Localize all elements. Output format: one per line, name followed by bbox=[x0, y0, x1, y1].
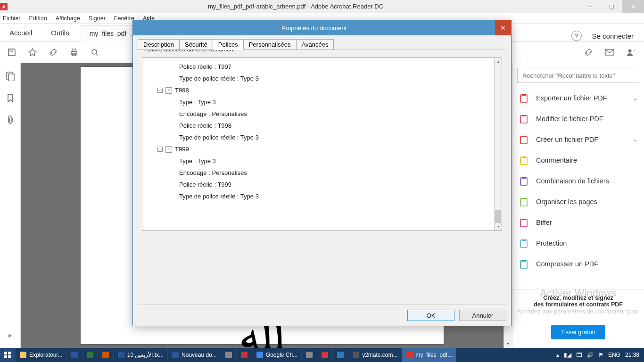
print-icon[interactable] bbox=[69, 47, 79, 58]
cancel-button[interactable]: Annuler bbox=[459, 310, 506, 321]
minimize-button[interactable]: — bbox=[579, 0, 601, 13]
ok-button[interactable]: OK bbox=[407, 310, 454, 321]
taskbar-item[interactable]: my_files_pdf... bbox=[402, 348, 456, 362]
tool-item[interactable]: Biffer bbox=[512, 212, 644, 233]
taskbar-item[interactable]: Explorateur... bbox=[15, 348, 66, 362]
taskbar-item[interactable] bbox=[221, 348, 236, 362]
taskbar-item[interactable]: y2mate.com... bbox=[348, 348, 401, 362]
menu-view[interactable]: Affichage bbox=[56, 15, 80, 22]
menu-file[interactable]: Fichier bbox=[3, 15, 21, 22]
tab-home[interactable]: Accueil bbox=[0, 25, 41, 41]
taskbar-app-icon bbox=[406, 351, 413, 359]
tool-item[interactable]: Organiser les pages bbox=[512, 191, 644, 212]
tool-icon bbox=[519, 217, 529, 228]
thumbnails-icon[interactable] bbox=[6, 72, 15, 81]
taskbar-item[interactable]: الأربعين 10.tx... bbox=[113, 348, 167, 362]
tool-item[interactable]: Créer un fichier PDF⌄ bbox=[512, 129, 644, 150]
tool-item[interactable]: Combinaison de fichiers bbox=[512, 171, 644, 191]
tab-custom[interactable]: Personnalisées bbox=[243, 39, 297, 50]
save-icon[interactable] bbox=[7, 47, 17, 58]
tool-item[interactable]: Modifier le fichier PDF bbox=[512, 108, 644, 129]
share-link-icon[interactable] bbox=[584, 47, 594, 58]
tab-security[interactable]: Sécurité bbox=[179, 39, 213, 50]
taskbar-label: Explorateur... bbox=[29, 352, 63, 358]
tab-fonts[interactable]: Polices bbox=[213, 39, 244, 50]
star-icon[interactable] bbox=[27, 47, 38, 58]
search-input[interactable] bbox=[517, 68, 639, 83]
font-node[interactable]: −FT998 bbox=[152, 84, 494, 96]
close-button[interactable]: ✕ bbox=[622, 0, 644, 13]
tool-icon bbox=[519, 197, 529, 207]
start-button[interactable] bbox=[0, 348, 15, 362]
taskbar[interactable]: Explorateur...الأربعين 10.tx...Nouveau d… bbox=[0, 348, 644, 362]
tray-chevron-icon[interactable]: ▴ bbox=[556, 352, 559, 358]
link-icon[interactable] bbox=[48, 47, 58, 58]
sign-in-link[interactable]: Se connecter bbox=[592, 32, 634, 40]
tool-item[interactable]: Compresser un PDF bbox=[512, 254, 644, 274]
dialog-titlebar[interactable]: Propriétés du document ✕ bbox=[133, 20, 511, 35]
search-icon[interactable] bbox=[90, 47, 100, 58]
trial-button[interactable]: Essai gratuit bbox=[551, 325, 606, 339]
taskbar-item[interactable] bbox=[332, 348, 348, 362]
tool-item[interactable]: Commentaire bbox=[512, 150, 644, 171]
font-tree[interactable]: Police réelle : T997Type de police réell… bbox=[142, 58, 502, 231]
menu-edit[interactable]: Edition bbox=[29, 15, 47, 22]
tab-tools[interactable]: Outils bbox=[41, 25, 78, 41]
window-title: my_files_pdf_pdf-arabic_arbeen.pdf - Ado… bbox=[12, 3, 579, 10]
svg-rect-20 bbox=[520, 240, 527, 247]
font-property: Type de police réelle : Type 3 bbox=[152, 190, 494, 202]
user-icon[interactable]: + bbox=[625, 47, 636, 58]
svg-rect-13 bbox=[520, 95, 527, 102]
tray-clock[interactable]: 21:38 bbox=[625, 352, 639, 358]
tree-scrollbar-thumb[interactable] bbox=[495, 210, 501, 223]
dialog-close-button[interactable]: ✕ bbox=[495, 20, 511, 35]
menu-window[interactable]: Fenêtre bbox=[114, 15, 134, 22]
taskbar-item[interactable] bbox=[317, 348, 332, 362]
tree-scrollbar[interactable]: ▴ ▾ bbox=[494, 58, 502, 230]
taskbar-item[interactable] bbox=[236, 348, 252, 362]
mail-icon[interactable] bbox=[604, 47, 615, 58]
tool-item[interactable]: Exporter un fichier PDF⌄ bbox=[512, 88, 644, 108]
taskbar-item[interactable] bbox=[82, 348, 98, 362]
svg-text:+: + bbox=[634, 48, 635, 54]
tray-lang[interactable]: ENG bbox=[608, 352, 620, 358]
taskbar-item[interactable] bbox=[98, 348, 113, 362]
dialog-title: Propriétés du document bbox=[133, 25, 495, 32]
maximize-button[interactable]: ▢ bbox=[601, 0, 622, 13]
scroll-down-icon[interactable]: ▾ bbox=[495, 223, 502, 230]
taskbar-app-icon bbox=[86, 351, 94, 359]
collapse-icon[interactable]: − bbox=[157, 88, 163, 93]
menu-sign[interactable]: Signer bbox=[89, 15, 106, 22]
help-icon[interactable]: ? bbox=[571, 31, 582, 41]
tray-flag-icon[interactable]: ⚑ bbox=[598, 352, 603, 358]
scroll-up-icon[interactable]: ▴ bbox=[495, 58, 502, 66]
font-file-icon: F bbox=[165, 87, 172, 94]
activate-windows-sub: Accédez aux paramètres de l'ordinateur p… bbox=[517, 308, 639, 315]
taskbar-item[interactable]: Google Ch... bbox=[252, 348, 301, 362]
tab-advanced[interactable]: Avancées bbox=[296, 39, 334, 50]
rail-expand-icon[interactable]: ▶ bbox=[8, 333, 12, 338]
scroll-down-icon[interactable]: ▾ bbox=[504, 339, 512, 348]
svg-rect-32 bbox=[225, 352, 232, 358]
fonts-fieldset: Polices utilisées dans ce document Polic… bbox=[138, 49, 506, 305]
tab-description[interactable]: Description bbox=[138, 39, 180, 50]
tray-volume-icon[interactable]: 🔊 bbox=[586, 352, 594, 358]
chevron-down-icon: ⌄ bbox=[633, 137, 637, 143]
tool-label: Protection bbox=[536, 239, 567, 247]
collapse-icon[interactable]: − bbox=[157, 147, 163, 152]
taskbar-item[interactable] bbox=[66, 348, 82, 362]
system-tray[interactable]: ▴ ▮◢ 🗖 🔊 ⚑ ENG 21:38 bbox=[552, 352, 644, 358]
bookmark-icon[interactable] bbox=[7, 93, 14, 103]
taskbar-item[interactable]: Nouveau do... bbox=[167, 348, 221, 362]
tool-item[interactable]: Protection bbox=[512, 233, 644, 254]
svg-rect-4 bbox=[72, 49, 76, 51]
tray-battery-icon[interactable]: 🗖 bbox=[576, 352, 582, 358]
font-node[interactable]: −FT999 bbox=[152, 143, 494, 155]
attachment-icon[interactable] bbox=[7, 115, 14, 124]
taskbar-label: Nouveau do... bbox=[182, 352, 217, 358]
svg-rect-26 bbox=[20, 352, 26, 358]
taskbar-item[interactable] bbox=[301, 348, 317, 362]
tray-network-icon[interactable]: ▮◢ bbox=[564, 352, 571, 358]
svg-rect-15 bbox=[520, 136, 527, 144]
svg-rect-17 bbox=[520, 178, 527, 185]
